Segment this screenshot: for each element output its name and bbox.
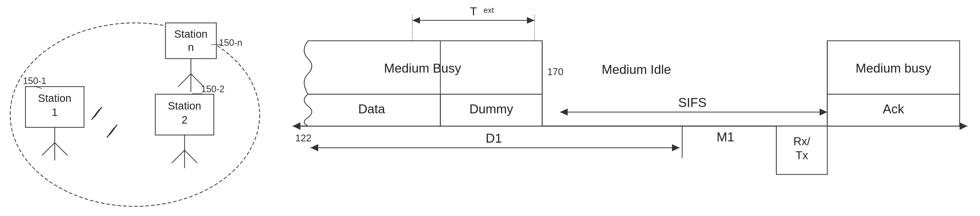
medium-idle-label: Medium Idle: [602, 62, 671, 77]
dummy-label: Dummy: [469, 102, 513, 116]
lightning-2: [107, 125, 117, 138]
d1-label: D1: [486, 131, 502, 146]
rx-tx-label2: Tx: [796, 149, 808, 162]
ref-150-2: 150-2: [201, 84, 224, 94]
station-1-antenna-left: [42, 142, 55, 155]
ref-150-1: 150-1: [23, 76, 46, 86]
sifs-label: SIFS: [678, 96, 706, 110]
ref-150n: 150-n: [219, 37, 242, 48]
station-1-antenna-right: [55, 142, 67, 155]
d1-arrow-right: [672, 144, 679, 151]
station-2-label2: 2: [181, 114, 187, 126]
sifs-arrow-right: [819, 109, 827, 116]
ref-170: 170: [547, 67, 563, 77]
station-n-label1: Station: [174, 28, 208, 40]
station-2-antenna-right: [185, 150, 197, 163]
timeline-arrowhead-left: [293, 122, 301, 130]
t-ext-arrow-right: [527, 17, 535, 24]
timeline-arrowhead-right: [959, 122, 967, 130]
medium-busy-label: Medium Busy: [384, 61, 461, 75]
m1-label: M1: [716, 130, 734, 144]
t-ext-label: T: [470, 5, 477, 18]
data-label: Data: [358, 102, 385, 116]
station-n-antenna-left: [178, 74, 191, 86]
t-ext-arrow-left: [412, 17, 420, 24]
station-1-label2: 1: [52, 106, 57, 118]
d1-arrow-left: [310, 144, 318, 151]
medium-busy2-label: Medium busy: [856, 61, 931, 75]
ref-122: 122: [295, 133, 311, 143]
rx-tx-label1: Rx/: [794, 135, 810, 147]
station-2-antenna-left: [172, 150, 185, 163]
sifs-arrow-left: [560, 109, 568, 116]
main-diagram: Station n 150-n Station 1 150-1 Station …: [0, 0, 980, 216]
station-1-label1: Station: [38, 92, 72, 104]
station-n-label2: n: [188, 41, 194, 53]
t-ext-subscript: ext: [484, 6, 494, 14]
ack-label: Ack: [883, 102, 904, 116]
lightning-1: [92, 107, 102, 120]
station-2-label1: Station: [168, 100, 201, 112]
